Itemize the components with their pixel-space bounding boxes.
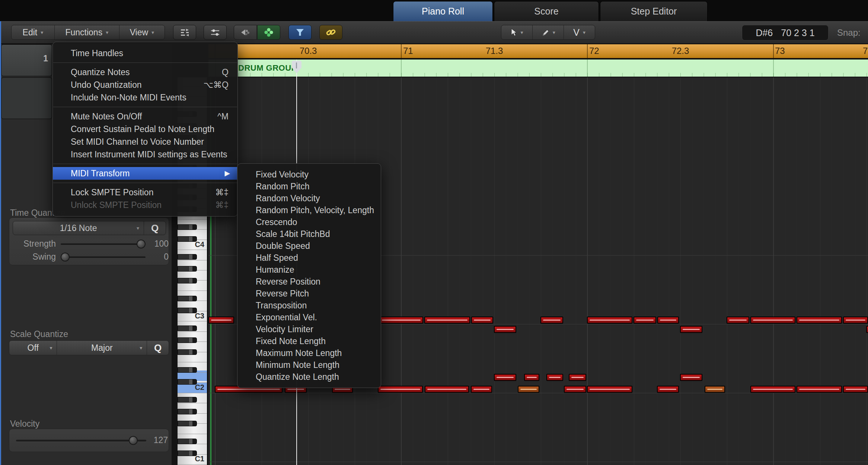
black-key[interactable] [178, 326, 197, 331]
menu-item-midi-transform[interactable]: MIDI Transform▶ [53, 167, 237, 180]
velocity-slider-track[interactable] [16, 440, 146, 442]
midi-draw-button[interactable] [204, 25, 227, 40]
midi-note[interactable] [524, 374, 539, 381]
time-quantize-apply-button[interactable]: Q [144, 221, 166, 235]
midi-note[interactable] [494, 374, 516, 381]
black-key[interactable] [178, 367, 197, 373]
black-key[interactable] [178, 397, 197, 403]
submenu-item-crescendo[interactable]: Crescendo [237, 216, 381, 228]
region-strip[interactable]: DRUM GROUP [208, 60, 868, 77]
swing-slider-knob[interactable] [61, 253, 70, 262]
edit-menu-button[interactable]: Edit▾ [12, 25, 55, 39]
menu-item-undo-quantization[interactable]: Undo Quantization⌥⌘Q [53, 78, 237, 91]
submenu-item-double-speed[interactable]: Double Speed [237, 240, 381, 252]
submenu-item-transposition[interactable]: Transposition [237, 299, 381, 311]
submenu-item-maximum-note-length[interactable]: Maximum Note Length [237, 347, 381, 359]
menu-item-insert-instrument-midi-settings-as-events[interactable]: Insert Instrument MIDI settings as Event… [53, 148, 237, 161]
velocity-slider-knob[interactable] [129, 436, 138, 445]
black-key[interactable] [178, 439, 197, 444]
collapse-mode-button[interactable] [173, 25, 196, 40]
velocity-tool-button[interactable]: V▾ [564, 25, 595, 39]
submenu-item-humanize[interactable]: Humanize [237, 264, 381, 276]
midi-note[interactable] [208, 317, 234, 324]
tab-piano-roll[interactable]: Piano Roll [393, 1, 493, 21]
submenu-item-scale-14bit-pitchbd[interactable]: Scale 14bit PitchBd [237, 228, 381, 240]
midi-note[interactable] [378, 386, 423, 393]
midi-note[interactable] [471, 317, 493, 324]
midi-note[interactable] [587, 386, 632, 393]
menu-item-include-non-note-midi-events[interactable]: Include Non-Note MIDI Events [53, 91, 237, 104]
menu-item-quantize-notes[interactable]: Quantize NotesQ [53, 66, 237, 78]
midi-in-button[interactable] [234, 25, 257, 40]
midi-note[interactable] [587, 317, 632, 324]
submenu-item-reverse-pitch[interactable]: Reverse Pitch [237, 288, 381, 299]
submenu-item-half-speed[interactable]: Half Speed [237, 252, 381, 264]
pencil-tool-button[interactable]: ▾ [533, 25, 564, 39]
midi-note[interactable] [657, 386, 679, 393]
midi-note[interactable] [518, 386, 539, 393]
black-key[interactable] [178, 278, 197, 283]
submenu-item-quantize-note-length[interactable]: Quantize Note Length [237, 371, 381, 383]
black-key[interactable] [178, 224, 197, 230]
midi-note[interactable] [546, 374, 563, 381]
menu-item-lock-smpte-position[interactable]: Lock SMPTE Position⌘‡ [53, 186, 237, 199]
menu-item-mute-notes-on-off[interactable]: Mute Notes On/Off^M [53, 110, 237, 123]
submenu-item-fixed-velocity[interactable]: Fixed Velocity [237, 169, 381, 180]
black-key[interactable] [178, 266, 197, 272]
midi-note[interactable] [564, 386, 586, 393]
black-key[interactable] [178, 421, 197, 426]
menu-item-set-midi-channel-to-voice-number[interactable]: Set MIDI Channel to Voice Number [53, 135, 237, 148]
midi-note[interactable] [379, 317, 423, 324]
black-key[interactable] [178, 254, 197, 260]
midi-note[interactable] [705, 386, 725, 393]
pointer-tool-button[interactable]: ▾ [501, 25, 533, 39]
midi-note[interactable] [843, 386, 868, 393]
bar-ruler[interactable]: 70.37171.37272.37373.3 [208, 44, 868, 59]
catch-playhead-button[interactable] [288, 25, 312, 40]
midi-note[interactable] [471, 386, 492, 393]
menu-item-convert-sustain-pedal-to-note-length[interactable]: Convert Sustain Pedal to Note Length [53, 123, 237, 135]
time-quantize-value-dropdown[interactable]: 1/16 Note ▾ [13, 221, 144, 235]
scale-quantize-mode-dropdown[interactable]: Off ▾ [9, 341, 57, 355]
submenu-item-random-pitch-velocity-length[interactable]: Random Pitch, Velocity, Length [237, 204, 381, 216]
midi-note[interactable] [750, 386, 795, 393]
midi-note[interactable] [797, 386, 842, 393]
submenu-item-fixed-note-length[interactable]: Fixed Note Length [237, 335, 381, 347]
black-key[interactable] [178, 296, 197, 301]
tab-score[interactable]: Score [494, 1, 599, 21]
black-key[interactable] [178, 337, 197, 343]
midi-note[interactable] [657, 317, 679, 324]
swing-slider-track[interactable] [61, 256, 146, 258]
submenu-item-velocity-limiter[interactable]: Velocity Limiter [237, 323, 381, 335]
midi-note[interactable] [494, 326, 516, 333]
submenu-item-minimum-note-length[interactable]: Minimum Note Length [237, 359, 381, 371]
midi-note[interactable] [424, 317, 470, 324]
midi-note[interactable] [634, 317, 656, 324]
functions-menu-button[interactable]: Functions▾ [55, 25, 119, 39]
tab-step-editor[interactable]: Step Editor [600, 1, 708, 21]
menu-item-time-handles[interactable]: Time Handles [53, 47, 237, 60]
midi-note[interactable] [680, 374, 702, 381]
midi-note[interactable] [540, 317, 563, 324]
midi-note[interactable] [866, 326, 868, 333]
submenu-item-random-velocity[interactable]: Random Velocity [237, 192, 381, 204]
midi-note[interactable] [680, 326, 702, 333]
midi-note[interactable] [843, 317, 868, 324]
submenu-item-reverse-position[interactable]: Reverse Position [237, 276, 381, 288]
midi-out-button[interactable] [257, 25, 280, 40]
black-key[interactable] [178, 409, 197, 414]
view-menu-button[interactable]: View▾ [119, 25, 165, 39]
midi-note[interactable] [569, 374, 586, 381]
midi-note[interactable] [797, 317, 842, 324]
submenu-item-random-pitch[interactable]: Random Pitch [237, 180, 381, 192]
midi-note[interactable] [750, 317, 795, 324]
scale-quantize-apply-button[interactable]: Q [147, 341, 169, 355]
midi-note[interactable] [425, 386, 469, 393]
strength-slider-knob[interactable] [137, 240, 146, 248]
midi-note[interactable] [727, 317, 749, 324]
submenu-item-exponential-vel-[interactable]: Exponential Vel. [237, 311, 381, 323]
link-mode-button[interactable] [319, 25, 342, 40]
strength-slider-track[interactable] [61, 243, 146, 245]
scale-quantize-scale-dropdown[interactable]: Major ▾ [57, 341, 147, 355]
black-key[interactable] [178, 349, 197, 355]
